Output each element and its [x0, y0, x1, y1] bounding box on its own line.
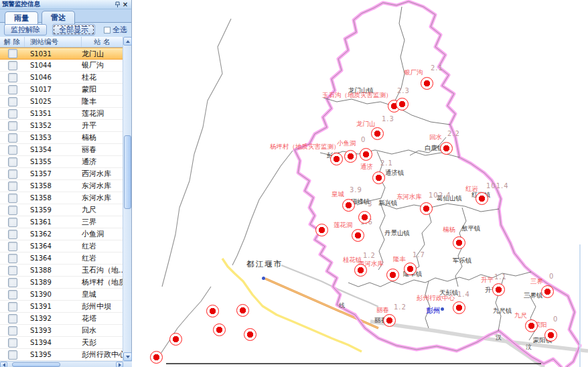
- station-marker[interactable]: [244, 328, 256, 341]
- table-row[interactable]: S1393回水: [0, 325, 123, 337]
- station-marker[interactable]: [386, 269, 399, 281]
- row-release-checkbox[interactable]: [8, 254, 17, 263]
- row-release-checkbox[interactable]: [8, 49, 17, 58]
- table-row[interactable]: S1357西河水库: [0, 168, 123, 180]
- table-row[interactable]: S1364红岩: [0, 240, 123, 252]
- row-release-checkbox[interactable]: [8, 326, 17, 336]
- table-row[interactable]: S1044银厂沟: [0, 60, 123, 72]
- station-marker[interactable]: [315, 224, 328, 236]
- station-marker[interactable]: [352, 229, 364, 242]
- scroll-left-button[interactable]: [0, 362, 7, 367]
- station-marker[interactable]: [383, 314, 396, 327]
- station-marker[interactable]: [150, 351, 163, 364]
- row-release-checkbox[interactable]: [8, 61, 17, 70]
- station-marker[interactable]: [169, 333, 182, 346]
- table-row[interactable]: S1388玉石沟（地...: [0, 265, 123, 277]
- station-marker[interactable]: [525, 319, 538, 332]
- table-row[interactable]: S1361三界: [0, 216, 123, 228]
- row-release-checkbox[interactable]: [8, 206, 17, 215]
- row-release-checkbox[interactable]: [8, 109, 17, 119]
- select-all[interactable]: 全选: [104, 25, 127, 35]
- row-release-checkbox[interactable]: [8, 121, 17, 131]
- table-row[interactable]: S1358东河水库: [0, 192, 123, 204]
- column-header-station-id[interactable]: 测站编号: [25, 37, 82, 47]
- row-release-checkbox[interactable]: [8, 314, 17, 323]
- table-row[interactable]: S1362小鱼洞: [0, 228, 123, 240]
- station-marker[interactable]: [475, 192, 488, 205]
- station-marker[interactable]: [544, 329, 557, 342]
- row-release-checkbox[interactable]: [8, 230, 17, 239]
- row-release-checkbox[interactable]: [8, 278, 17, 287]
- table-row[interactable]: S1025隆丰: [0, 96, 123, 108]
- station-marker[interactable]: [213, 323, 226, 336]
- table-row[interactable]: S1391彭州中坝: [0, 301, 123, 313]
- table-row[interactable]: S1354丽春: [0, 144, 123, 156]
- table-row[interactable]: S1351莲花洞: [0, 108, 123, 120]
- row-release-checkbox[interactable]: [8, 290, 17, 299]
- row-release-checkbox[interactable]: [8, 181, 17, 191]
- table-row[interactable]: S1392花塔: [0, 313, 123, 325]
- station-marker[interactable]: [206, 305, 219, 317]
- scroll-right-button[interactable]: [116, 362, 123, 367]
- station-marker[interactable]: [354, 264, 367, 277]
- station-marker[interactable]: [541, 285, 554, 298]
- row-release-checkbox[interactable]: [8, 133, 17, 143]
- table-row[interactable]: S1395彭州行政中心: [0, 349, 123, 361]
- row-release-checkbox[interactable]: [8, 350, 17, 360]
- row-release-checkbox[interactable]: [8, 218, 17, 227]
- station-marker[interactable]: [396, 98, 409, 111]
- table-row[interactable]: S1353楠杨: [0, 132, 123, 144]
- table-row[interactable]: S1394天彭: [0, 337, 123, 349]
- table-row[interactable]: S1358东河水库: [0, 180, 123, 192]
- pin-icon[interactable]: [113, 1, 121, 8]
- row-release-checkbox[interactable]: [8, 302, 17, 311]
- table-row[interactable]: S1046桂花: [0, 72, 123, 84]
- row-release-checkbox[interactable]: [8, 97, 17, 106]
- station-marker[interactable]: [453, 236, 465, 249]
- row-release-checkbox[interactable]: [8, 338, 17, 348]
- column-header-release[interactable]: 解 除: [0, 37, 25, 47]
- vertical-scrollbar[interactable]: [123, 37, 131, 361]
- horizontal-scroll-thumb[interactable]: [12, 362, 60, 367]
- table-row[interactable]: S1389杨坪村（地质...: [0, 277, 123, 289]
- scroll-up-button[interactable]: [123, 37, 132, 46]
- monitor-release-button[interactable]: 监控解除: [4, 24, 47, 35]
- close-icon[interactable]: ×: [121, 1, 129, 8]
- column-header-station-name[interactable]: 站 名: [82, 37, 123, 47]
- row-release-checkbox[interactable]: [8, 242, 17, 251]
- table-row[interactable]: S1390皇城: [0, 289, 123, 301]
- vertical-scroll-thumb[interactable]: [124, 135, 131, 209]
- station-marker[interactable]: [371, 127, 384, 140]
- table-row[interactable]: S1352升平: [0, 120, 123, 132]
- station-marker[interactable]: [344, 150, 357, 163]
- station-marker[interactable]: [492, 283, 505, 296]
- row-release-checkbox[interactable]: [8, 145, 17, 155]
- row-release-checkbox[interactable]: [8, 266, 17, 275]
- station-marker[interactable]: [330, 153, 343, 165]
- scroll-down-button[interactable]: [123, 352, 132, 361]
- station-marker[interactable]: [360, 148, 372, 161]
- station-marker[interactable]: [420, 202, 433, 215]
- row-release-checkbox[interactable]: [8, 85, 17, 94]
- station-marker[interactable]: [440, 142, 453, 155]
- station-marker[interactable]: [421, 77, 433, 90]
- table-row[interactable]: S1355通济: [0, 156, 123, 168]
- station-marker[interactable]: [342, 199, 355, 212]
- station-marker[interactable]: [358, 211, 371, 224]
- table-row[interactable]: S1359九尺: [0, 204, 123, 216]
- table-row[interactable]: S1364红岩: [0, 252, 123, 265]
- station-marker[interactable]: [453, 301, 465, 314]
- table-row[interactable]: S1017蒙阳: [0, 84, 123, 96]
- row-release-checkbox[interactable]: [8, 194, 17, 203]
- table-row[interactable]: S1031龙门山: [0, 48, 123, 60]
- select-all-checkbox[interactable]: [104, 27, 111, 33]
- map-canvas[interactable]: 龙门山镇白鹿镇彭州通济镇磁峰镇新兴镇葛仙山镇红岩镇丹景山镇敖平镇军乐镇隆丰镇天彭…: [132, 0, 588, 367]
- row-release-checkbox[interactable]: [8, 73, 17, 82]
- row-release-checkbox[interactable]: [8, 169, 17, 179]
- station-marker[interactable]: [404, 263, 417, 275]
- station-marker[interactable]: [372, 171, 385, 184]
- row-release-checkbox[interactable]: [8, 157, 17, 167]
- horizontal-scrollbar[interactable]: [0, 361, 132, 367]
- station-marker[interactable]: [236, 304, 249, 317]
- show-all-button[interactable]: 全部显示: [52, 24, 95, 35]
